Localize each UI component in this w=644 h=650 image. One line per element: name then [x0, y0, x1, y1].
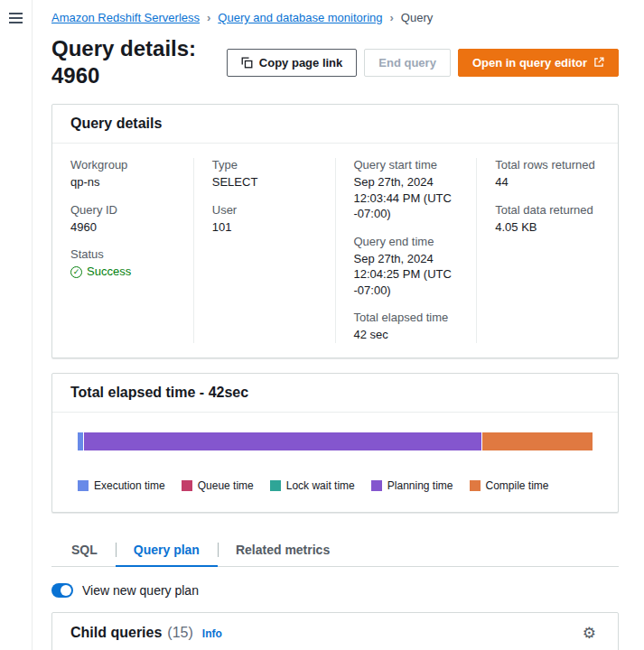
page-header: Query details: 4960 Copy page link End q…: [51, 35, 619, 89]
elapsed-time-card: Total elapsed time - 42sec Execution tim…: [51, 373, 619, 513]
field-value: 44: [495, 174, 600, 190]
bar-segment: [482, 432, 593, 450]
legend-label: Compile time: [486, 479, 549, 492]
elapsed-time-legend: Execution timeQueue timeLock wait timePl…: [78, 479, 593, 492]
elapsed-time-card-title: Total elapsed time - 42sec: [70, 385, 248, 401]
copy-page-link-label: Copy page link: [259, 56, 342, 70]
field-type: Type SELECT: [212, 158, 317, 190]
tab-sql[interactable]: SQL: [53, 534, 116, 566]
field-value: 4960: [70, 219, 175, 236]
field-user: User 101: [212, 203, 317, 236]
field-label: Status: [70, 247, 175, 261]
legend-item: Queue time: [182, 479, 254, 492]
legend-label: Execution time: [94, 479, 165, 492]
legend-swatch-icon: [270, 480, 281, 491]
field-value: 42 sec: [354, 327, 459, 343]
field-label: Total elapsed time: [354, 311, 459, 324]
query-details-column-3: Query start time Sep 27th, 2024 12:03:44…: [335, 158, 477, 343]
legend-item: Lock wait time: [270, 479, 355, 492]
field-value: 4.05 KB: [495, 219, 600, 236]
field-label: Type: [212, 158, 317, 172]
field-workgroup: Workgroup qp-ns: [70, 158, 175, 190]
tab-query-plan[interactable]: Query plan: [116, 534, 218, 567]
field-label: Total data returned: [495, 203, 600, 217]
query-details-card-title: Query details: [70, 116, 162, 132]
field-label: Total rows returned: [495, 158, 600, 172]
external-link-icon: [593, 57, 604, 68]
toggle-knob: [61, 585, 71, 596]
child-queries-title: Child queries (15) Info: [70, 625, 222, 641]
field-status: Status ✓ Success: [70, 247, 175, 280]
legend-swatch-icon: [182, 480, 192, 491]
settings-gear-icon[interactable]: ⚙: [579, 624, 600, 643]
end-query-label: End query: [378, 56, 436, 70]
elapsed-time-card-header: Total elapsed time - 42sec: [52, 374, 618, 413]
view-new-query-plan-toggle[interactable]: [51, 583, 73, 598]
end-query-button[interactable]: End query: [364, 49, 451, 77]
field-value: 101: [212, 219, 317, 236]
field-label: User: [212, 203, 317, 217]
field-value: SELECT: [212, 174, 317, 190]
tab-related-metrics[interactable]: Related metrics: [218, 534, 348, 566]
menu-icon[interactable]: [5, 9, 26, 27]
breadcrumb: Amazon Redshift Serverless › Query and d…: [51, 11, 619, 24]
child-queries-card-header: Child queries (15) Info ⚙: [52, 613, 618, 650]
legend-label: Lock wait time: [286, 479, 355, 492]
field-value: Sep 27th, 2024 12:04:25 PM (UTC -07:00): [354, 251, 459, 299]
info-link[interactable]: Info: [202, 627, 222, 640]
legend-label: Planning time: [387, 479, 453, 492]
side-nav-rail: [0, 0, 33, 650]
toggle-label: View new query plan: [82, 583, 199, 598]
legend-swatch-icon: [371, 480, 382, 491]
open-in-query-editor-button[interactable]: Open in query editor: [458, 49, 619, 77]
field-total-rows-returned: Total rows returned 44: [495, 158, 600, 190]
header-actions: Copy page link End query Open in query e…: [227, 49, 619, 77]
query-details-column-2: Type SELECT User 101: [193, 158, 335, 343]
bar-segment: [78, 432, 83, 450]
field-query-start-time: Query start time Sep 27th, 2024 12:03:44…: [354, 158, 459, 222]
app-root: Amazon Redshift Serverless › Query and d…: [0, 0, 644, 650]
legend-label: Queue time: [198, 479, 254, 492]
chevron-right-icon: ›: [389, 11, 393, 24]
field-value: Sep 27th, 2024 12:03:44 PM (UTC -07:00): [354, 174, 459, 222]
legend-item: Execution time: [78, 479, 165, 492]
breadcrumb-link-redshift-serverless[interactable]: Amazon Redshift Serverless: [51, 11, 200, 24]
field-total-elapsed-time: Total elapsed time 42 sec: [354, 311, 459, 343]
tabs: SQL Query plan Related metrics: [51, 534, 619, 567]
page-title: Query details: 4960: [51, 35, 227, 89]
query-details-column-1: Workgroup qp-ns Query ID 4960 Status ✓ S…: [52, 158, 193, 343]
query-details-card: Query details Workgroup qp-ns Query ID 4…: [51, 104, 619, 358]
view-new-query-plan-row: View new query plan: [51, 583, 619, 598]
child-queries-title-text: Child queries: [70, 625, 162, 641]
field-query-end-time: Query end time Sep 27th, 2024 12:04:25 P…: [354, 235, 459, 299]
legend-swatch-icon: [470, 480, 481, 491]
breadcrumb-current: Query: [401, 11, 433, 24]
child-queries-count: (15): [167, 625, 192, 641]
child-queries-card: Child queries (15) Info ⚙ Child query se…: [51, 612, 619, 650]
field-label: Workgroup: [70, 158, 175, 172]
elapsed-time-bar: [78, 432, 593, 450]
open-in-query-editor-label: Open in query editor: [472, 56, 587, 70]
copy-page-link-button[interactable]: Copy page link: [227, 49, 357, 77]
query-details-column-4: Total rows returned 44 Total data return…: [476, 158, 618, 343]
elapsed-time-chart: Execution timeQueue timeLock wait timePl…: [52, 413, 618, 512]
status-badge: ✓ Success: [70, 264, 131, 280]
chevron-right-icon: ›: [207, 11, 210, 24]
legend-item: Planning time: [371, 479, 453, 492]
bar-segment: [84, 432, 481, 450]
field-total-data-returned: Total data returned 4.05 KB: [495, 203, 600, 236]
query-details-card-header: Query details: [52, 105, 618, 144]
success-check-icon: ✓: [70, 266, 82, 278]
breadcrumb-link-query-monitoring[interactable]: Query and database monitoring: [218, 11, 382, 24]
copy-icon: [241, 57, 253, 69]
legend-item: Compile time: [470, 479, 549, 492]
main-content: Amazon Redshift Serverless › Query and d…: [33, 0, 644, 650]
field-label: Query end time: [354, 235, 459, 248]
field-query-id: Query ID 4960: [70, 203, 175, 236]
query-details-grid: Workgroup qp-ns Query ID 4960 Status ✓ S…: [52, 144, 618, 358]
field-value: qp-ns: [70, 174, 175, 190]
status-text: Success: [87, 264, 131, 280]
field-label: Query ID: [70, 203, 175, 217]
field-label: Query start time: [354, 158, 459, 172]
legend-swatch-icon: [78, 480, 89, 491]
